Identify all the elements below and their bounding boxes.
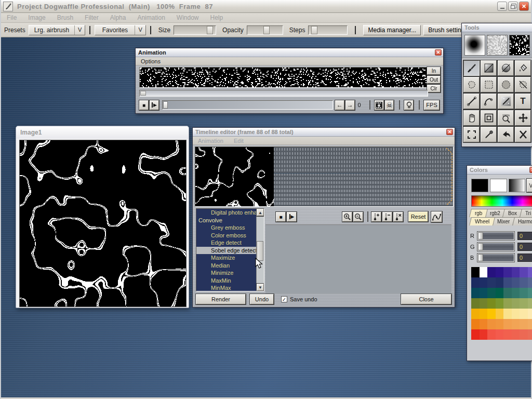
close-button[interactable]: ✕ — [519, 2, 529, 11]
menu-alpha[interactable]: Alpha — [104, 14, 132, 21]
color-swatch[interactable] — [496, 288, 504, 298]
freehand-select-tool-button[interactable] — [463, 77, 480, 92]
color-swatch[interactable] — [471, 319, 480, 329]
color-swatch[interactable] — [487, 298, 496, 309]
color-swatch[interactable] — [471, 288, 480, 298]
color-swatch[interactable] — [471, 309, 480, 319]
delete-animation-button[interactable]: ☠ — [385, 100, 394, 110]
color-swatch[interactable] — [496, 298, 504, 309]
color-swatch[interactable] — [503, 288, 512, 298]
filter-item-maximize[interactable]: Maximize — [196, 254, 264, 262]
paintbrush-tool-button[interactable] — [463, 60, 480, 76]
minimize-button[interactable] — [497, 2, 507, 11]
slider-thumb[interactable] — [478, 243, 483, 250]
timeline-close-button[interactable]: ✕ — [446, 129, 453, 135]
swatch-options-button[interactable]: V — [527, 179, 532, 192]
image1-canvas[interactable] — [19, 140, 187, 307]
color-swatch[interactable] — [487, 267, 496, 277]
color-swatch[interactable] — [512, 267, 520, 277]
options-menu[interactable]: Options — [136, 58, 166, 64]
color-swatch[interactable] — [520, 329, 528, 340]
secondary-color-swatch[interactable] — [490, 179, 507, 192]
size-slider-thumb[interactable] — [207, 26, 213, 34]
color-swatch[interactable] — [520, 319, 528, 329]
airbrush-line-tool-button[interactable] — [498, 94, 514, 109]
color-swatch[interactable] — [512, 319, 520, 329]
color-tab-rgb[interactable]: rgb — [469, 209, 488, 217]
color-swatch[interactable] — [520, 267, 528, 277]
scatter-noise-preview[interactable] — [509, 35, 530, 56]
primary-color-swatch[interactable] — [471, 179, 488, 192]
color-swatch[interactable] — [487, 309, 496, 319]
gradient-swatch[interactable] — [509, 179, 526, 192]
color-swatch[interactable] — [528, 267, 532, 277]
color-tab-wheel[interactable]: Wheel — [469, 217, 495, 225]
color-tab-tri[interactable]: Tri — [520, 209, 532, 217]
color-swatch[interactable] — [496, 329, 504, 340]
color-swatch[interactable] — [471, 329, 480, 340]
timeline-track[interactable] — [195, 147, 454, 207]
color-swatch[interactable] — [487, 277, 496, 288]
main-titlebar[interactable]: Project Dogwaffle Professional (Main) 10… — [1, 0, 531, 13]
color-swatch[interactable] — [471, 267, 480, 277]
delete-keyframes-button[interactable] — [393, 212, 403, 222]
frame-tool-tool-button[interactable] — [481, 110, 497, 126]
color-swatch[interactable] — [496, 277, 504, 288]
filter-item-minmax[interactable]: MinMax — [196, 284, 264, 291]
gradient-ellipse-tool-button[interactable] — [498, 60, 514, 76]
cut-select-tool-button[interactable] — [515, 77, 531, 92]
color-swatch[interactable] — [512, 329, 520, 340]
fill-bucket-tool-button[interactable] — [515, 60, 531, 76]
gradient-box-tool-button[interactable] — [481, 60, 497, 76]
color-swatch[interactable] — [512, 309, 520, 319]
steps-slider-thumb[interactable] — [311, 26, 317, 34]
r-slider[interactable] — [477, 232, 514, 240]
r-value[interactable]: 0 — [517, 232, 532, 240]
color-swatch[interactable] — [503, 329, 512, 340]
filter-item-digital-photo-enhance[interactable]: Digital photo enhance — [196, 209, 264, 217]
filmstrip-button[interactable] — [375, 100, 384, 110]
color-swatch[interactable] — [480, 277, 488, 288]
color-swatch[interactable] — [512, 298, 520, 309]
curve-tool-tool-button[interactable] — [481, 94, 497, 109]
color-swatch[interactable] — [480, 329, 488, 340]
color-swatch[interactable] — [496, 309, 504, 319]
chevron-down-icon[interactable]: V — [74, 25, 85, 35]
rect-select-tool-button[interactable] — [481, 77, 497, 92]
filter-item-sobel-edge-detect[interactable]: Sobel edge detect — [196, 247, 264, 255]
scroll-up-button[interactable]: ▲ — [257, 209, 264, 216]
opacity-slider-thumb[interactable] — [263, 26, 270, 34]
airbrush-preview[interactable] — [464, 35, 485, 56]
colors-close-button[interactable]: ✕ — [529, 167, 532, 173]
color-swatch[interactable] — [503, 277, 512, 288]
timeline-menu-edit[interactable]: Edit — [229, 138, 249, 144]
remove-keyframe-button[interactable] — [382, 212, 392, 222]
clr-button[interactable]: Clr — [427, 85, 441, 92]
fullscreen-tool-button[interactable] — [463, 127, 480, 142]
ellipse-select-tool-button[interactable] — [498, 77, 514, 92]
slider-thumb[interactable] — [478, 232, 483, 240]
scroll-down-button[interactable]: ▼ — [257, 284, 264, 291]
out-button[interactable]: Out — [427, 76, 441, 84]
line-tool-tool-button[interactable] — [463, 94, 480, 109]
filter-item-color-emboss[interactable]: Color emboss — [196, 232, 264, 240]
timeline-grid[interactable] — [274, 147, 453, 206]
menu-window[interactable]: Window — [171, 14, 205, 21]
g-slider[interactable] — [477, 243, 514, 251]
timeline-titlebar[interactable]: Timeline editor (frame 88 of 88 total) ✕ — [193, 128, 455, 137]
color-swatch[interactable] — [512, 277, 520, 288]
color-swatch[interactable] — [480, 288, 488, 298]
filter-list[interactable]: Digital photo enhanceConvolveGrey emboss… — [196, 208, 264, 291]
color-swatch[interactable] — [520, 298, 528, 309]
b-slider[interactable] — [477, 254, 514, 262]
add-keyframe-button[interactable] — [371, 212, 381, 222]
color-swatch[interactable] — [487, 329, 496, 340]
color-swatch[interactable] — [480, 309, 488, 319]
color-swatch[interactable] — [480, 298, 488, 309]
color-swatch[interactable] — [471, 277, 480, 288]
color-swatch[interactable] — [487, 288, 496, 298]
menu-filter[interactable]: Filter — [79, 14, 104, 21]
filter-list-scrollbar[interactable]: ▲ ▼ — [256, 209, 264, 291]
zoom-out-button[interactable] — [353, 212, 363, 222]
filter-item-edge-detect[interactable]: Edge detect — [196, 239, 264, 247]
